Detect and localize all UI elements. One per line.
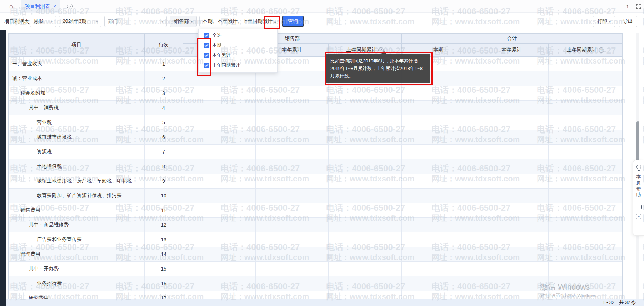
value-cell xyxy=(183,159,256,174)
item-cell: 其中：消费税 xyxy=(9,101,145,115)
header-ytd: 本年累计 xyxy=(475,44,549,57)
table-row[interactable]: 其中：消费税4 xyxy=(9,101,622,115)
value-cell xyxy=(183,71,256,86)
value-cell xyxy=(549,247,622,261)
table-row[interactable]: 资源税7 xyxy=(9,145,622,159)
item-cell: 其中：商品维修费 xyxy=(9,218,145,232)
table-row[interactable]: 土地增值税8 xyxy=(9,159,622,174)
fullscreen-icon[interactable] xyxy=(636,4,641,10)
value-cell xyxy=(549,203,622,217)
period-select[interactable]: 2024年3期 ▾ xyxy=(59,16,101,27)
line-number-cell: 13 xyxy=(145,232,183,247)
table-row[interactable]: 管理费用14 xyxy=(9,247,622,262)
value-cell xyxy=(329,189,402,203)
item-cell: 业务招待费 xyxy=(9,276,145,291)
value-cell xyxy=(475,101,549,115)
item-cell: 研究费用 xyxy=(9,291,145,299)
print-button-label: 打印 xyxy=(597,18,607,25)
query-button[interactable]: 查询 xyxy=(282,16,304,27)
table-row[interactable]: 广告费和业务宣传费13 xyxy=(9,232,622,247)
line-number-cell: 10 xyxy=(145,189,183,203)
value-cell xyxy=(183,262,256,276)
value-cell xyxy=(256,130,329,144)
header-prior-ytd-label: 上年同期累计 xyxy=(567,47,597,53)
value-cell xyxy=(475,130,549,144)
value-cell xyxy=(183,232,256,247)
page-help-label[interactable]: 本页帮助 xyxy=(636,174,641,198)
item-cell: 管理费用 xyxy=(9,247,145,261)
value-cell xyxy=(256,86,329,100)
dropdown-item-本期[interactable]: 本期 xyxy=(199,40,277,50)
line-number-cell: 7 xyxy=(145,145,183,159)
windows-activation-subtitle: 转到“设置”以激活 Windows。 xyxy=(540,292,601,299)
table-row[interactable]: 研究费用17 xyxy=(9,291,622,299)
item-cell: 教育费附加、矿产资源补偿税、排污费 xyxy=(9,189,145,203)
up-arrow-icon[interactable]: ↑ xyxy=(626,3,629,9)
collapsed-sidebar[interactable] xyxy=(0,30,6,306)
table-row[interactable]: 减：营业成本2 xyxy=(9,71,622,86)
line-number-cell: 15 xyxy=(145,262,183,276)
dropdown-item-本年累计[interactable]: 本年累计 xyxy=(199,50,277,60)
table-row[interactable]: 税金及附加3 xyxy=(9,86,622,101)
value-cell xyxy=(475,232,549,247)
value-cell xyxy=(402,232,475,247)
export-button-label: 导出 xyxy=(623,18,633,25)
table-row[interactable]: 城市维护建设税6 xyxy=(9,130,622,145)
watermark-text: 电话：4006-6500-27 xyxy=(642,45,644,56)
department-button-label: 销售部 xyxy=(174,18,189,25)
department-select[interactable]: 部门 ▾ xyxy=(104,16,167,27)
value-cell xyxy=(329,130,402,144)
value-cell xyxy=(402,262,475,276)
table-row[interactable]: 营业税5 xyxy=(9,115,622,130)
checkbox-checked-icon[interactable] xyxy=(204,53,209,58)
dropdown-item-label: 本年累计 xyxy=(212,52,231,59)
print-button[interactable]: 打印 ▾ xyxy=(593,16,615,27)
checkbox-checked-icon[interactable] xyxy=(204,43,209,48)
pagination-text: 1 - 32 共 32 条 xyxy=(603,299,636,306)
value-cell xyxy=(475,57,549,71)
dropdown-item-select-all[interactable]: 全选 xyxy=(199,30,277,40)
chevron-up-icon: ▴ xyxy=(274,20,276,24)
table-row[interactable]: 业务招待费16 xyxy=(9,276,622,291)
dropdown-item-上年同期累计[interactable]: 上年同期累计 xyxy=(199,60,277,70)
line-number-cell: 11 xyxy=(145,203,183,217)
watermark-text: 网址：www.tdxsoft.com xyxy=(642,252,644,263)
period-type-select[interactable]: 月报 ▾ xyxy=(30,16,56,27)
profit-table: 项目 行次 销售部 合计 本期 本年累计 上年同期累计 ? 本期 本年累计 上年… xyxy=(8,33,623,299)
value-cell xyxy=(329,291,402,299)
watermark-text: 网址：www.tdxsoft.com xyxy=(642,56,644,66)
header-prior-ytd-label: 上年同期累计 xyxy=(346,47,376,53)
help-icon[interactable]: ? xyxy=(599,47,604,53)
value-cell xyxy=(402,101,475,115)
department-button[interactable]: 销售部 ▾ xyxy=(170,16,197,27)
table-row[interactable]: 其中：开办费15 xyxy=(9,262,622,276)
checkbox-checked-icon[interactable] xyxy=(204,63,209,68)
value-cell xyxy=(256,71,329,86)
table-row[interactable]: 城镇土地使用税、房产税、车船税、印花税9 xyxy=(9,174,622,189)
item-cell: 税金及附加 xyxy=(9,86,145,100)
table-row[interactable]: 其中：商品维修费12 xyxy=(9,218,622,232)
feedback-icon[interactable]: ··· xyxy=(636,205,642,209)
value-cell xyxy=(475,71,549,86)
value-cell xyxy=(183,101,256,115)
table-row[interactable]: 一、营业收入1 xyxy=(9,57,622,71)
history-icon[interactable] xyxy=(67,4,73,9)
collapse-icon[interactable]: » xyxy=(636,214,641,219)
chevron-down-icon: ▾ xyxy=(159,20,163,24)
table-row[interactable]: 销售费用11 xyxy=(9,203,622,218)
value-cell xyxy=(475,203,549,217)
bulb-icon[interactable] xyxy=(636,165,641,169)
table-row[interactable]: 教育费附加、矿产资源补偿税、排污费10 xyxy=(9,189,622,203)
checkbox-checked-icon[interactable] xyxy=(204,33,209,38)
columns-filter-button[interactable]: 本期、本年累计、上年同期累计 ▴ xyxy=(199,16,278,27)
home-icon[interactable]: ⌂ xyxy=(9,3,13,10)
export-button[interactable]: 导出 xyxy=(619,16,637,27)
tab-profit-statement[interactable]: 项目利润表 × xyxy=(21,0,60,13)
dropdown-item-label: 本期 xyxy=(212,42,221,49)
value-cell xyxy=(256,101,329,115)
value-cell xyxy=(329,145,402,159)
close-icon[interactable]: × xyxy=(53,4,56,9)
item-cell: 城市维护建设税 xyxy=(9,130,145,144)
value-cell xyxy=(402,218,475,232)
value-cell xyxy=(475,145,549,159)
